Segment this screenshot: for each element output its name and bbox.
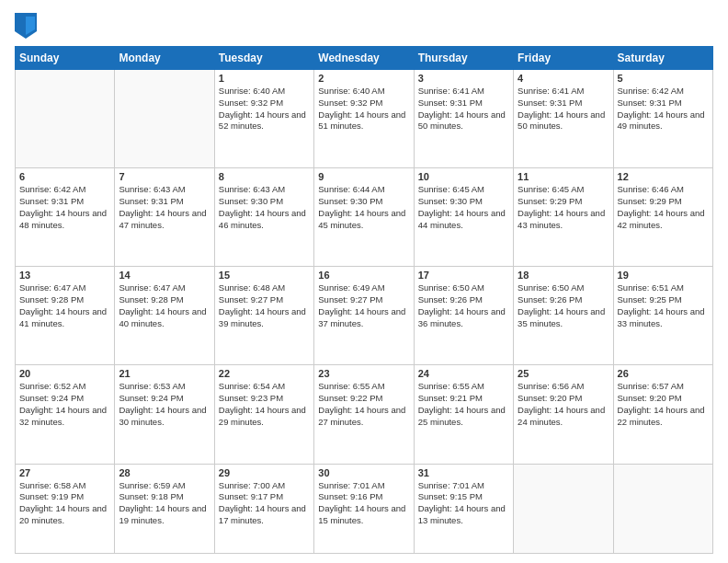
day-number: 23 — [318, 368, 409, 379]
calendar-cell: 29Sunrise: 7:00 AM Sunset: 9:17 PM Dayli… — [214, 464, 313, 553]
calendar-cell: 3Sunrise: 6:41 AM Sunset: 9:31 PM Daylig… — [414, 70, 513, 168]
calendar-cell: 28Sunrise: 6:59 AM Sunset: 9:18 PM Dayli… — [115, 464, 214, 553]
calendar-cell: 10Sunrise: 6:45 AM Sunset: 9:30 PM Dayli… — [414, 168, 513, 267]
day-info: Sunrise: 7:00 AM Sunset: 9:17 PM Dayligh… — [219, 480, 310, 527]
day-number: 24 — [418, 368, 509, 379]
day-number: 6 — [19, 171, 110, 182]
day-number: 21 — [119, 368, 210, 379]
week-row-4: 27Sunrise: 6:58 AM Sunset: 9:19 PM Dayli… — [16, 464, 713, 553]
day-info: Sunrise: 6:48 AM Sunset: 9:27 PM Dayligh… — [219, 282, 310, 329]
calendar-cell: 23Sunrise: 6:55 AM Sunset: 9:22 PM Dayli… — [314, 365, 414, 464]
day-number: 8 — [219, 171, 310, 182]
day-number: 31 — [418, 467, 509, 478]
weekday-header-sunday: Sunday — [16, 47, 115, 70]
week-row-2: 13Sunrise: 6:47 AM Sunset: 9:28 PM Dayli… — [16, 267, 713, 365]
calendar-cell: 20Sunrise: 6:52 AM Sunset: 9:24 PM Dayli… — [16, 365, 115, 464]
calendar-cell: 2Sunrise: 6:40 AM Sunset: 9:32 PM Daylig… — [314, 70, 414, 168]
calendar-cell — [16, 70, 115, 168]
day-number: 16 — [318, 270, 409, 281]
day-number: 10 — [418, 171, 509, 182]
weekday-header-friday: Friday — [514, 47, 613, 70]
day-number: 14 — [119, 270, 210, 281]
calendar-cell — [613, 464, 712, 553]
calendar-cell: 13Sunrise: 6:47 AM Sunset: 9:28 PM Dayli… — [16, 267, 115, 365]
weekday-header-saturday: Saturday — [613, 47, 712, 70]
calendar-cell: 8Sunrise: 6:43 AM Sunset: 9:30 PM Daylig… — [214, 168, 313, 267]
day-number: 12 — [618, 171, 709, 182]
day-number: 5 — [618, 73, 709, 84]
day-info: Sunrise: 6:50 AM Sunset: 9:26 PM Dayligh… — [418, 282, 509, 329]
page: SundayMondayTuesdayWednesdayThursdayFrid… — [0, 0, 728, 563]
day-info: Sunrise: 6:56 AM Sunset: 9:20 PM Dayligh… — [518, 381, 609, 428]
day-number: 3 — [418, 73, 509, 84]
calendar-cell: 7Sunrise: 6:43 AM Sunset: 9:31 PM Daylig… — [115, 168, 214, 267]
day-number: 26 — [618, 368, 709, 379]
calendar-cell: 5Sunrise: 6:42 AM Sunset: 9:31 PM Daylig… — [613, 70, 712, 168]
day-info: Sunrise: 6:44 AM Sunset: 9:30 PM Dayligh… — [318, 184, 409, 231]
week-row-0: 1Sunrise: 6:40 AM Sunset: 9:32 PM Daylig… — [16, 70, 713, 168]
calendar-cell: 25Sunrise: 6:56 AM Sunset: 9:20 PM Dayli… — [514, 365, 613, 464]
day-number: 27 — [19, 467, 110, 478]
day-number: 17 — [418, 270, 509, 281]
week-row-1: 6Sunrise: 6:42 AM Sunset: 9:31 PM Daylig… — [16, 168, 713, 267]
day-number: 29 — [219, 467, 310, 478]
day-info: Sunrise: 6:43 AM Sunset: 9:31 PM Dayligh… — [119, 184, 210, 231]
day-number: 9 — [318, 171, 409, 182]
day-info: Sunrise: 6:43 AM Sunset: 9:30 PM Dayligh… — [219, 184, 310, 231]
day-info: Sunrise: 7:01 AM Sunset: 9:16 PM Dayligh… — [318, 480, 409, 527]
calendar-cell: 27Sunrise: 6:58 AM Sunset: 9:19 PM Dayli… — [16, 464, 115, 553]
calendar-cell: 17Sunrise: 6:50 AM Sunset: 9:26 PM Dayli… — [414, 267, 513, 365]
calendar-cell: 11Sunrise: 6:45 AM Sunset: 9:29 PM Dayli… — [514, 168, 613, 267]
calendar-cell: 16Sunrise: 6:49 AM Sunset: 9:27 PM Dayli… — [314, 267, 414, 365]
day-number: 1 — [219, 73, 310, 84]
day-info: Sunrise: 7:01 AM Sunset: 9:15 PM Dayligh… — [418, 480, 509, 527]
week-row-3: 20Sunrise: 6:52 AM Sunset: 9:24 PM Dayli… — [16, 365, 713, 464]
day-info: Sunrise: 6:58 AM Sunset: 9:19 PM Dayligh… — [19, 480, 110, 527]
day-number: 4 — [518, 73, 609, 84]
weekday-header-wednesday: Wednesday — [314, 47, 414, 70]
day-info: Sunrise: 6:49 AM Sunset: 9:27 PM Dayligh… — [318, 282, 409, 329]
day-info: Sunrise: 6:59 AM Sunset: 9:18 PM Dayligh… — [119, 480, 210, 527]
day-number: 18 — [518, 270, 609, 281]
calendar-cell — [514, 464, 613, 553]
day-info: Sunrise: 6:53 AM Sunset: 9:24 PM Dayligh… — [119, 381, 210, 428]
calendar-table: SundayMondayTuesdayWednesdayThursdayFrid… — [15, 46, 713, 554]
day-info: Sunrise: 6:52 AM Sunset: 9:24 PM Dayligh… — [19, 381, 110, 428]
logo-icon — [15, 13, 37, 39]
calendar-cell: 4Sunrise: 6:41 AM Sunset: 9:31 PM Daylig… — [514, 70, 613, 168]
calendar-cell: 12Sunrise: 6:46 AM Sunset: 9:29 PM Dayli… — [613, 168, 712, 267]
calendar-cell: 22Sunrise: 6:54 AM Sunset: 9:23 PM Dayli… — [214, 365, 313, 464]
calendar-cell: 15Sunrise: 6:48 AM Sunset: 9:27 PM Dayli… — [214, 267, 313, 365]
day-number: 19 — [618, 270, 709, 281]
day-number: 11 — [518, 171, 609, 182]
calendar-cell — [115, 70, 214, 168]
calendar-cell: 18Sunrise: 6:50 AM Sunset: 9:26 PM Dayli… — [514, 267, 613, 365]
calendar-cell: 1Sunrise: 6:40 AM Sunset: 9:32 PM Daylig… — [214, 70, 313, 168]
calendar-cell: 24Sunrise: 6:55 AM Sunset: 9:21 PM Dayli… — [414, 365, 513, 464]
calendar-cell: 30Sunrise: 7:01 AM Sunset: 9:16 PM Dayli… — [314, 464, 414, 553]
day-info: Sunrise: 6:45 AM Sunset: 9:30 PM Dayligh… — [418, 184, 509, 231]
calendar-cell: 6Sunrise: 6:42 AM Sunset: 9:31 PM Daylig… — [16, 168, 115, 267]
day-info: Sunrise: 6:46 AM Sunset: 9:29 PM Dayligh… — [618, 184, 709, 231]
day-info: Sunrise: 6:47 AM Sunset: 9:28 PM Dayligh… — [119, 282, 210, 329]
calendar-cell: 21Sunrise: 6:53 AM Sunset: 9:24 PM Dayli… — [115, 365, 214, 464]
day-number: 7 — [119, 171, 210, 182]
calendar-cell: 31Sunrise: 7:01 AM Sunset: 9:15 PM Dayli… — [414, 464, 513, 553]
calendar-cell: 14Sunrise: 6:47 AM Sunset: 9:28 PM Dayli… — [115, 267, 214, 365]
day-number: 22 — [219, 368, 310, 379]
weekday-header-tuesday: Tuesday — [214, 47, 313, 70]
day-number: 20 — [19, 368, 110, 379]
day-info: Sunrise: 6:55 AM Sunset: 9:22 PM Dayligh… — [318, 381, 409, 428]
weekday-header-monday: Monday — [115, 47, 214, 70]
weekday-header-row: SundayMondayTuesdayWednesdayThursdayFrid… — [16, 47, 713, 70]
day-info: Sunrise: 6:40 AM Sunset: 9:32 PM Dayligh… — [219, 86, 310, 132]
day-number: 30 — [318, 467, 409, 478]
day-info: Sunrise: 6:54 AM Sunset: 9:23 PM Dayligh… — [219, 381, 310, 428]
day-number: 2 — [318, 73, 409, 84]
day-info: Sunrise: 6:50 AM Sunset: 9:26 PM Dayligh… — [518, 282, 609, 329]
day-number: 13 — [19, 270, 110, 281]
header — [15, 13, 713, 39]
day-info: Sunrise: 6:42 AM Sunset: 9:31 PM Dayligh… — [19, 184, 110, 231]
weekday-header-thursday: Thursday — [414, 47, 513, 70]
day-info: Sunrise: 6:41 AM Sunset: 9:31 PM Dayligh… — [518, 86, 609, 132]
